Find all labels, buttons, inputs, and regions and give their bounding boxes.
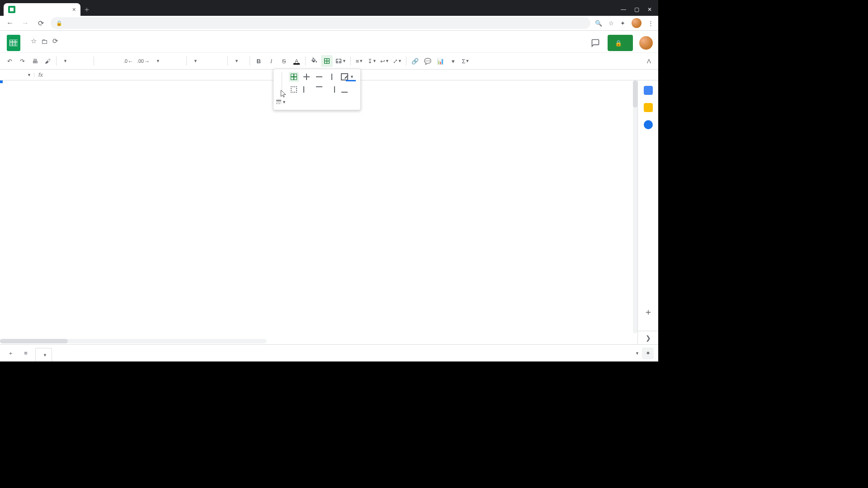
format-percent-button[interactable] xyxy=(109,55,121,67)
chrome-menu-icon[interactable]: ⋮ xyxy=(648,20,654,27)
selection-overlay xyxy=(0,80,2,82)
border-vertical-icon[interactable] xyxy=(327,72,337,82)
collapse-toolbar-button[interactable]: ᐱ xyxy=(643,55,655,67)
fx-icon: fx xyxy=(34,71,47,78)
lock-icon: 🔒 xyxy=(56,20,62,26)
star-icon[interactable]: ☆ xyxy=(31,37,37,45)
calendar-addon-icon[interactable] xyxy=(644,86,653,95)
account-avatar-icon[interactable] xyxy=(639,36,653,50)
address-bar: ← → ⟳ 🔒 🔍 ☆ ✦ ⋮ xyxy=(0,16,658,31)
profile-avatar-icon[interactable] xyxy=(632,18,642,28)
borders-popup: ▼ ▼ xyxy=(273,69,361,110)
window-maximize-icon[interactable]: ▢ xyxy=(634,6,639,13)
insert-comment-button[interactable]: 💬 xyxy=(422,55,434,67)
redo-button[interactable]: ↷ xyxy=(16,55,28,67)
decrease-decimals-button[interactable]: .0← xyxy=(122,55,135,67)
horizontal-align-button[interactable]: ≡▼ xyxy=(354,55,365,67)
extensions-icon[interactable]: ✦ xyxy=(620,20,625,27)
nav-back-button[interactable]: ← xyxy=(5,18,15,28)
insert-chart-button[interactable]: 📊 xyxy=(434,55,446,67)
strikethrough-button[interactable]: S xyxy=(278,55,290,67)
menu-tools[interactable] xyxy=(70,46,75,49)
border-style-button[interactable]: ▼ xyxy=(276,97,286,107)
tasks-addon-icon[interactable] xyxy=(644,120,653,129)
window-controls: — ▢ ✕ xyxy=(614,3,658,16)
border-top-icon[interactable] xyxy=(314,84,324,94)
toolbar: ↶ ↷ 🖶 🖌 ▼ .0← .00→ ▼ ▼ ▼ xyxy=(0,52,658,70)
add-addon-button[interactable]: ＋ xyxy=(644,306,653,318)
add-sheet-button[interactable]: ＋ xyxy=(5,347,16,359)
omnibox[interactable]: 🔒 xyxy=(51,17,590,29)
print-button[interactable]: 🖶 xyxy=(29,55,41,67)
vertical-align-button[interactable]: ↧▼ xyxy=(366,55,378,67)
font-family-select[interactable]: ▼ xyxy=(189,58,225,64)
nav-reload-button[interactable]: ⟳ xyxy=(35,18,46,28)
menu-data[interactable] xyxy=(62,46,68,49)
number-format-select[interactable]: ▼ xyxy=(152,58,184,64)
spreadsheet-grid[interactable] xyxy=(0,80,637,344)
borders-button[interactable] xyxy=(321,55,333,67)
border-inner-icon[interactable] xyxy=(302,72,311,82)
border-right-icon[interactable] xyxy=(327,84,337,94)
window-close-icon[interactable]: ✕ xyxy=(647,6,652,13)
lock-icon: 🔒 xyxy=(615,40,622,47)
sheets-favicon-icon xyxy=(8,6,15,13)
text-rotation-button[interactable]: ⤢▼ xyxy=(392,55,403,67)
side-panel: ＋ ❯ xyxy=(637,80,658,344)
share-button[interactable]: 🔒 xyxy=(608,35,633,51)
tab-close-icon[interactable]: × xyxy=(72,6,76,13)
border-all-icon[interactable] xyxy=(289,72,299,82)
zoom-indicator-icon[interactable]: 🔍 xyxy=(595,20,602,27)
border-horizontal-icon[interactable] xyxy=(314,72,324,82)
filter-button[interactable]: ▾ xyxy=(447,55,459,67)
italic-button[interactable]: I xyxy=(265,55,277,67)
sheet-tab[interactable]: ▼ xyxy=(35,348,52,361)
zoom-select[interactable]: ▼ xyxy=(59,58,91,64)
explore-button[interactable]: ✦ xyxy=(642,347,654,359)
last-edit-link[interactable] xyxy=(94,46,99,49)
move-folder-icon[interactable]: 🗀 xyxy=(41,38,48,45)
menu-help[interactable] xyxy=(84,46,90,49)
border-none-icon[interactable] xyxy=(289,84,299,94)
menu-edit[interactable] xyxy=(33,46,39,49)
paint-format-button[interactable]: 🖌 xyxy=(42,55,53,67)
nav-forward-button[interactable]: → xyxy=(20,18,31,28)
sheets-logo-icon[interactable] xyxy=(5,35,22,51)
border-left-icon[interactable] xyxy=(302,84,311,94)
increase-decimals-button[interactable]: .00→ xyxy=(136,55,151,67)
merge-cells-button[interactable]: ▼ xyxy=(334,55,348,67)
new-tab-button[interactable]: ＋ xyxy=(80,3,93,16)
text-color-button[interactable]: A xyxy=(291,55,302,67)
menu-view[interactable] xyxy=(41,46,46,49)
all-sheets-button[interactable]: ≡ xyxy=(20,347,32,359)
menu-format[interactable] xyxy=(55,46,61,49)
menu-bar xyxy=(26,46,99,49)
insert-link-button[interactable]: 🔗 xyxy=(409,55,421,67)
window-minimize-icon[interactable]: — xyxy=(621,6,626,13)
name-box[interactable]: ▼ xyxy=(0,73,34,77)
menu-file[interactable] xyxy=(26,46,32,49)
functions-button[interactable]: Σ▼ xyxy=(460,55,472,67)
horizontal-scrollbar[interactable] xyxy=(0,339,267,343)
fill-color-button[interactable] xyxy=(308,55,320,67)
bookmark-star-icon[interactable]: ☆ xyxy=(609,20,614,27)
text-wrap-button[interactable]: ↩▼ xyxy=(379,55,391,67)
keep-addon-icon[interactable] xyxy=(644,103,653,112)
menu-insert[interactable] xyxy=(48,46,53,49)
vertical-scrollbar[interactable] xyxy=(633,80,637,333)
menu-addons[interactable] xyxy=(77,46,82,49)
format-currency-button[interactable] xyxy=(97,55,108,67)
comments-icon[interactable] xyxy=(590,37,601,49)
browser-tabstrip: × ＋ — ▢ ✕ xyxy=(0,0,658,16)
bold-button[interactable]: B xyxy=(253,55,264,67)
cloud-sync-icon: ⟳ xyxy=(52,37,58,45)
hide-sidepanel-button[interactable]: ❯ xyxy=(638,331,658,344)
undo-button[interactable]: ↶ xyxy=(4,55,15,67)
browser-tab[interactable]: × xyxy=(4,3,80,16)
font-size-select[interactable]: ▼ xyxy=(231,58,247,64)
